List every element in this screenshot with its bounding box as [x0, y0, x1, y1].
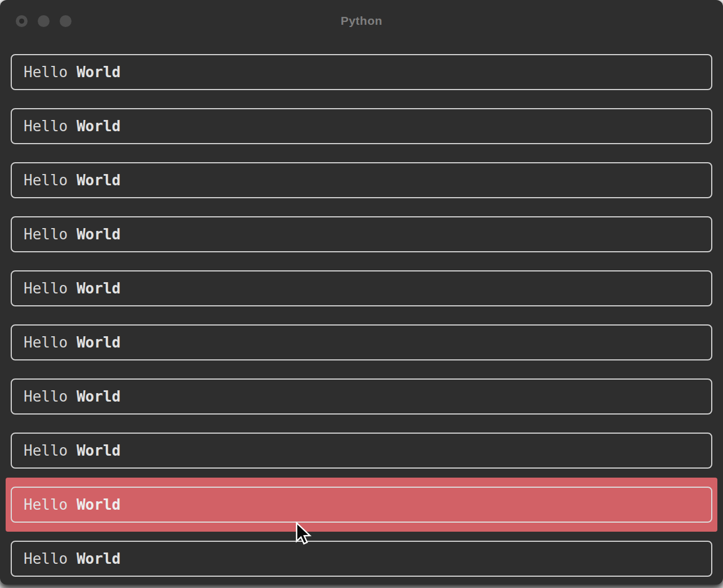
hello-world-button[interactable]: Hello World: [11, 378, 712, 415]
hello-world-button[interactable]: Hello World: [11, 324, 712, 360]
hello-world-row[interactable]: Hello World: [6, 315, 717, 369]
hello-word: Hello: [24, 442, 68, 459]
hello-word: Hello: [24, 388, 68, 405]
world-word: World: [77, 550, 120, 567]
world-word: World: [77, 280, 120, 297]
hello-world-row-highlighted[interactable]: Hello World: [6, 478, 717, 532]
hello-world-row[interactable]: Hello World: [6, 153, 717, 207]
hello-world-button[interactable]: Hello World: [11, 541, 712, 577]
world-word: World: [77, 496, 120, 513]
hello-world-button[interactable]: Hello World: [11, 54, 712, 90]
hello-word: Hello: [24, 280, 68, 297]
world-word: World: [77, 442, 120, 459]
button-list: Hello World Hello World Hello World Hell…: [0, 45, 723, 585]
hello-word: Hello: [24, 550, 68, 567]
window-title: Python: [0, 14, 723, 28]
hello-world-button[interactable]: Hello World: [11, 433, 712, 469]
world-word: World: [77, 388, 120, 405]
hello-world-row[interactable]: Hello World: [6, 369, 717, 424]
hello-world-row[interactable]: Hello World: [6, 99, 717, 153]
python-window: Python Hello World Hello World Hello Wor…: [0, 0, 723, 585]
hello-world-row[interactable]: Hello World: [6, 532, 717, 585]
titlebar: Python: [0, 0, 723, 45]
hello-word: Hello: [24, 118, 68, 135]
hello-world-button[interactable]: Hello World: [11, 270, 712, 306]
world-word: World: [77, 64, 120, 81]
hello-word: Hello: [24, 64, 68, 81]
hello-world-row[interactable]: Hello World: [6, 45, 717, 99]
hello-word: Hello: [24, 172, 68, 189]
world-word: World: [77, 118, 120, 135]
hello-word: Hello: [24, 226, 68, 243]
hello-world-button[interactable]: Hello World: [11, 162, 712, 198]
hello-world-button[interactable]: Hello World: [11, 487, 712, 523]
hello-world-button[interactable]: Hello World: [11, 216, 712, 252]
world-word: World: [77, 334, 120, 351]
world-word: World: [77, 226, 120, 243]
hello-world-row[interactable]: Hello World: [6, 261, 717, 315]
world-word: World: [77, 172, 120, 189]
hello-world-button[interactable]: Hello World: [11, 108, 712, 144]
hello-word: Hello: [24, 334, 68, 351]
hello-world-row[interactable]: Hello World: [6, 424, 717, 478]
hello-word: Hello: [24, 496, 68, 513]
hello-world-row[interactable]: Hello World: [6, 207, 717, 261]
